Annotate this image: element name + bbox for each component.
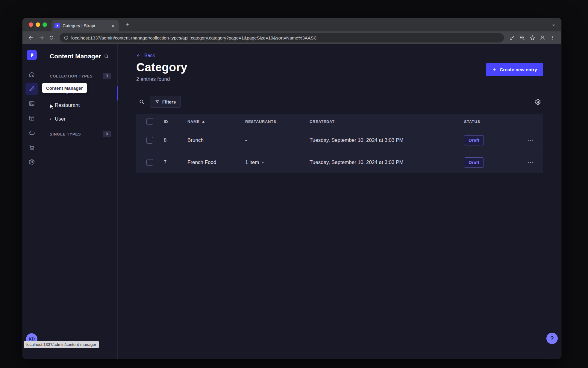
sidebar-item-label: Restaurant xyxy=(55,102,80,108)
content-manager-tooltip: Content Manager xyxy=(42,83,87,93)
entries-table: ID NAME RESTAURANTS CREATEDAT STATUS xyxy=(136,114,543,173)
back-arrow-icon xyxy=(136,53,141,58)
status-badge: Draft xyxy=(464,157,484,168)
sidebar-item-user[interactable]: User xyxy=(50,112,111,126)
sidebar-item-restaurant[interactable]: Restaurant xyxy=(50,98,111,112)
list-toolbar: Filters xyxy=(136,95,543,108)
category-list-view: Back Category 2 entries found Create new… xyxy=(118,44,561,359)
main-nav-rail: KD xyxy=(22,44,41,359)
home-icon[interactable] xyxy=(25,68,38,80)
column-header-name[interactable]: NAME xyxy=(187,119,245,124)
sort-ascending-icon[interactable] xyxy=(202,120,205,123)
content-type-builder-icon[interactable] xyxy=(25,112,38,124)
marketplace-cart-icon[interactable] xyxy=(25,141,38,154)
table-header-row: ID NAME RESTAURANTS CREATEDAT STATUS xyxy=(136,114,543,129)
strapi-logo[interactable] xyxy=(27,50,37,60)
collection-types-label: COLLECTION TYPES xyxy=(50,74,93,78)
back-nav-icon[interactable] xyxy=(27,33,36,42)
tab-list-chevron-icon[interactable] xyxy=(550,21,557,28)
column-header-restaurants[interactable]: RESTAURANTS xyxy=(245,119,310,124)
row-actions-menu-icon[interactable] xyxy=(528,162,533,163)
entries-count: 2 entries found xyxy=(136,76,170,82)
url-text: localhost:1337/admin/content-manager/col… xyxy=(71,35,317,40)
filters-label: Filters xyxy=(162,99,176,104)
table-settings-gear-icon[interactable] xyxy=(532,96,543,107)
column-header-status[interactable]: STATUS xyxy=(464,119,525,124)
tab-close-icon[interactable] xyxy=(110,23,116,29)
table-row[interactable]: 7 French Food 1 item Tuesday, September … xyxy=(136,151,543,173)
link-preview-status-bar: localhost:1337/admin/content-manager xyxy=(24,341,99,348)
row-checkbox[interactable] xyxy=(146,137,153,144)
row-actions-menu-icon[interactable] xyxy=(528,140,533,141)
tab-title: Category | Strapi xyxy=(63,23,107,28)
browser-toolbar: localhost:1337/admin/content-manager/col… xyxy=(22,31,561,44)
help-button[interactable]: ? xyxy=(546,333,558,344)
bookmark-star-icon[interactable] xyxy=(528,33,537,42)
cell-name: Brunch xyxy=(187,137,245,143)
filters-button[interactable]: Filters xyxy=(150,96,181,108)
back-label: Back xyxy=(144,53,155,58)
reload-icon[interactable] xyxy=(47,33,56,42)
window-close-button[interactable] xyxy=(29,22,33,27)
chevron-down-icon xyxy=(261,161,265,164)
cell-id: 7 xyxy=(164,159,187,165)
table-row[interactable]: 8 Brunch - Tuesday, September 10, 2024 a… xyxy=(136,129,543,151)
settings-gear-icon[interactable] xyxy=(25,156,38,168)
single-types-label: SINGLE TYPES xyxy=(50,132,81,136)
window-minimize-button[interactable] xyxy=(36,22,40,27)
single-types-count: 0 xyxy=(103,131,111,137)
page-title: Category xyxy=(136,61,187,74)
column-header-createdat[interactable]: CREATEDAT xyxy=(310,119,464,124)
window-zoom-button[interactable] xyxy=(43,22,47,27)
zoom-icon[interactable] xyxy=(518,33,527,42)
strapi-admin-app: KD Content Manager COLLECTION TYPES 3 xyxy=(22,44,561,359)
profile-icon[interactable] xyxy=(538,33,547,42)
select-all-checkbox[interactable] xyxy=(146,118,153,125)
browser-window: Category | Strapi xyxy=(22,18,561,359)
cell-createdat: Tuesday, September 10, 2024 at 3:03 PM xyxy=(310,159,464,165)
list-search-icon[interactable] xyxy=(136,96,147,107)
status-badge: Draft xyxy=(464,135,484,145)
browser-tab[interactable]: Category | Strapi xyxy=(51,20,119,31)
passwords-key-icon[interactable] xyxy=(507,33,516,42)
subnav-divider xyxy=(50,67,59,67)
cell-createdat: Tuesday, September 10, 2024 at 3:03 PM xyxy=(310,137,464,143)
filter-funnel-icon xyxy=(155,100,160,104)
rail-nav-items xyxy=(25,68,38,168)
column-header-id[interactable]: ID xyxy=(164,119,187,124)
traffic-lights xyxy=(29,22,47,27)
back-link[interactable]: Back xyxy=(136,53,155,58)
site-info-icon[interactable] xyxy=(64,35,69,40)
sidebar-item-label: User xyxy=(55,116,66,122)
create-new-entry-label: Create new entry xyxy=(500,67,537,72)
cell-restaurants[interactable]: 1 item xyxy=(245,159,310,165)
browser-tab-strip: Category | Strapi xyxy=(22,18,561,31)
forward-nav-icon[interactable] xyxy=(37,33,46,42)
content-manager-icon[interactable] xyxy=(25,83,38,95)
bullet-icon xyxy=(50,118,51,120)
deploy-cloud-icon[interactable] xyxy=(25,127,38,139)
plus-icon xyxy=(492,67,497,72)
cell-name: French Food xyxy=(187,159,245,165)
browser-menu-icon[interactable] xyxy=(548,33,557,42)
address-bar[interactable]: localhost:1337/admin/content-manager/col… xyxy=(60,33,504,42)
cell-restaurants: - xyxy=(245,137,310,143)
search-icon[interactable] xyxy=(102,52,111,61)
mouse-cursor xyxy=(49,103,55,110)
media-library-icon[interactable] xyxy=(25,97,38,110)
create-new-entry-button[interactable]: Create new entry xyxy=(486,63,543,76)
collection-types-count: 3 xyxy=(103,73,111,79)
new-tab-button[interactable] xyxy=(123,20,132,29)
cell-id: 8 xyxy=(164,137,187,143)
row-checkbox[interactable] xyxy=(146,159,153,166)
subnav-title: Content Manager xyxy=(50,53,101,60)
strapi-favicon-icon xyxy=(54,23,60,28)
